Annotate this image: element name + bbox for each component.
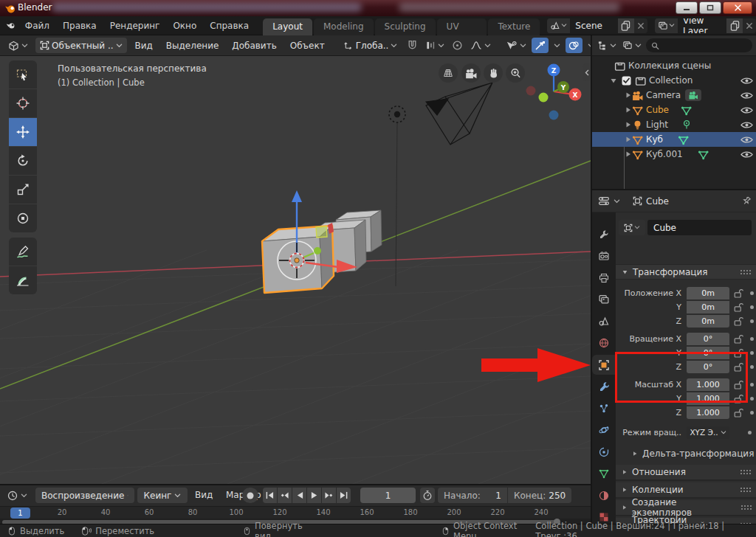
- tab-sculpting[interactable]: Sculpting: [375, 18, 436, 35]
- panel-relations[interactable]: Отношения: [616, 465, 756, 481]
- menu-help[interactable]: Справка: [203, 16, 255, 35]
- delta-transform-panel[interactable]: Дельта-трансформация: [632, 447, 754, 460]
- lock-icon[interactable]: [734, 334, 744, 344]
- camera-view-button[interactable]: [461, 63, 481, 83]
- gizmos-dropdown[interactable]: [551, 38, 563, 53]
- scene-collection-row[interactable]: Коллекция сцены: [592, 58, 756, 73]
- eye-icon[interactable]: [740, 77, 753, 85]
- snap-settings-dropdown[interactable]: [423, 38, 447, 53]
- snap-toggle[interactable]: [405, 38, 420, 53]
- animate-dot[interactable]: [750, 337, 754, 341]
- transform-orientation-dropdown[interactable]: Глоба..: [339, 38, 402, 53]
- pan-view-button[interactable]: [484, 63, 503, 83]
- tool-rotate[interactable]: [9, 147, 37, 175]
- tab-uv-editing[interactable]: UV Editing: [437, 18, 487, 35]
- rotation-y-field[interactable]: 0°: [687, 347, 729, 359]
- scene-unlink-button[interactable]: [634, 18, 647, 33]
- chevron-down-icon[interactable]: [614, 198, 620, 204]
- outliner-row-collection[interactable]: Collection: [592, 73, 756, 88]
- drag-handle-dots[interactable]: [740, 505, 752, 510]
- checkbox-checked-icon[interactable]: [622, 76, 631, 86]
- tab-texture[interactable]: Texture: [488, 18, 540, 35]
- scale-y-field[interactable]: 1.000: [687, 392, 729, 405]
- tab-particles[interactable]: [592, 398, 616, 418]
- eye-icon[interactable]: [740, 121, 753, 129]
- animate-dot[interactable]: [750, 411, 754, 415]
- play-button[interactable]: [307, 488, 321, 503]
- eye-icon[interactable]: [740, 106, 753, 114]
- panel-instancing[interactable]: Создание экземпляров: [616, 500, 756, 516]
- playback-dropdown[interactable]: Воспроизведение: [35, 488, 134, 503]
- tab-object-data[interactable]: [592, 463, 616, 483]
- view-layer-browse-button[interactable]: [655, 18, 678, 33]
- blender-menu-icon[interactable]: [6, 21, 16, 31]
- timeline-ruler[interactable]: 1 20 40 60 80 100 120 140 160 180 200 22…: [0, 506, 591, 519]
- expand-arrow-right-icon[interactable]: [625, 136, 632, 143]
- tool-annotate[interactable]: [9, 238, 37, 266]
- previous-keyframe-button[interactable]: [278, 488, 292, 503]
- lock-icon[interactable]: [734, 394, 744, 403]
- overlays-toggle[interactable]: [566, 38, 583, 53]
- frame-start-field[interactable]: Начало: 1: [438, 488, 507, 503]
- active-camera-data-badge[interactable]: [685, 89, 701, 101]
- outliner-display-mode-button[interactable]: [621, 38, 643, 53]
- scene-copy-button[interactable]: [618, 18, 634, 33]
- proportional-editing-toggle[interactable]: [450, 38, 465, 53]
- scene-name-field[interactable]: Scene: [570, 18, 618, 33]
- menu-object[interactable]: Объект: [285, 41, 330, 51]
- animate-dot[interactable]: [750, 351, 754, 355]
- animate-dot[interactable]: [750, 397, 754, 401]
- outliner-row-camera[interactable]: Camera: [592, 88, 756, 103]
- scene-browse-button[interactable]: [547, 18, 570, 33]
- menu-view[interactable]: Вид: [130, 41, 158, 51]
- object-name-field[interactable]: Cube: [647, 220, 752, 235]
- tab-modeling[interactable]: Modeling: [314, 18, 374, 35]
- timeline-editor-type-button[interactable]: [4, 488, 30, 503]
- timeline-menu-view[interactable]: Вид: [195, 488, 213, 503]
- tool-measure[interactable]: [9, 266, 37, 294]
- record-button[interactable]: [242, 488, 258, 503]
- jump-to-end-button[interactable]: [337, 488, 351, 503]
- scale-x-field[interactable]: 1.000: [687, 378, 729, 391]
- eye-icon[interactable]: [740, 91, 753, 100]
- tool-move[interactable]: [9, 118, 37, 146]
- tab-tool[interactable]: [592, 224, 616, 244]
- menu-window[interactable]: Окно: [166, 16, 203, 35]
- lock-icon[interactable]: [734, 316, 744, 326]
- rotation-x-field[interactable]: 0°: [687, 333, 729, 345]
- tool-transform[interactable]: [9, 204, 37, 232]
- eye-icon[interactable]: [740, 150, 753, 159]
- tab-scene[interactable]: [592, 311, 616, 331]
- tab-layout[interactable]: Layout: [263, 18, 312, 35]
- animate-dot[interactable]: [748, 431, 752, 434]
- transform-panel-header[interactable]: Трансформация: [616, 264, 756, 280]
- rotation-mode-dropdown[interactable]: XYZ Э..: [687, 426, 729, 439]
- tab-world[interactable]: [592, 333, 616, 353]
- scale-z-field[interactable]: 1.000: [687, 406, 729, 419]
- lock-icon[interactable]: [734, 380, 744, 389]
- expand-arrow-down-icon[interactable]: [610, 77, 617, 84]
- menu-render[interactable]: Рендеринг: [103, 16, 167, 35]
- menu-file[interactable]: Файл: [18, 16, 56, 35]
- expand-arrow-right-icon[interactable]: [625, 150, 632, 158]
- drag-handle-dots[interactable]: [740, 269, 752, 275]
- pin-icon[interactable]: [742, 196, 752, 206]
- drag-handle-dots[interactable]: [740, 487, 752, 493]
- expand-arrow-right-icon[interactable]: [625, 91, 632, 99]
- menu-add[interactable]: Добавить: [227, 41, 281, 51]
- lock-icon[interactable]: [734, 408, 744, 418]
- orthographic-grid-button[interactable]: [439, 63, 458, 83]
- gizmos-toggle[interactable]: [532, 38, 549, 53]
- zoom-view-button[interactable]: [506, 63, 525, 83]
- lock-icon[interactable]: [734, 288, 744, 298]
- animate-dot[interactable]: [750, 305, 754, 309]
- view-layer-copy-button[interactable]: [726, 18, 743, 33]
- location-x-field[interactable]: 0m: [687, 287, 729, 299]
- lock-icon[interactable]: [734, 302, 744, 312]
- expand-arrow-right-icon[interactable]: [625, 121, 632, 128]
- tab-object[interactable]: [592, 355, 616, 375]
- show-gizmo-dropdown[interactable]: [504, 38, 529, 53]
- animate-dot[interactable]: [750, 365, 754, 369]
- tab-view-layer[interactable]: [592, 289, 616, 309]
- keying-dropdown[interactable]: Кеинг: [137, 488, 188, 503]
